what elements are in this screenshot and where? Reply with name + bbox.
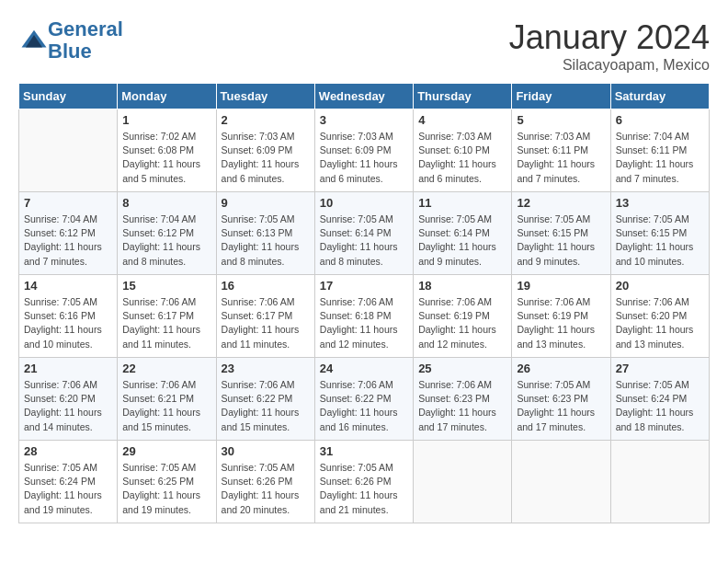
day-number: 3	[320, 113, 408, 127]
day-number: 12	[517, 196, 605, 210]
calendar-week-3: 14Sunrise: 7:05 AM Sunset: 6:16 PM Dayli…	[19, 275, 710, 358]
day-number: 29	[122, 444, 210, 458]
calendar-cell: 1Sunrise: 7:02 AM Sunset: 6:08 PM Daylig…	[118, 109, 216, 192]
day-number: 8	[122, 196, 210, 210]
day-detail: Sunrise: 7:06 AM Sunset: 6:20 PM Dayligh…	[616, 295, 704, 351]
day-detail: Sunrise: 7:04 AM Sunset: 6:12 PM Dayligh…	[24, 213, 112, 269]
col-header-friday: Friday	[512, 84, 610, 109]
day-detail: Sunrise: 7:05 AM Sunset: 6:14 PM Dayligh…	[320, 213, 408, 269]
day-detail: Sunrise: 7:06 AM Sunset: 6:21 PM Dayligh…	[122, 378, 210, 434]
day-detail: Sunrise: 7:06 AM Sunset: 6:19 PM Dayligh…	[418, 295, 506, 351]
calendar-cell: 8Sunrise: 7:04 AM Sunset: 6:12 PM Daylig…	[118, 192, 216, 275]
calendar-cell: 15Sunrise: 7:06 AM Sunset: 6:17 PM Dayli…	[118, 275, 216, 358]
day-number: 7	[24, 196, 112, 210]
day-number: 1	[122, 113, 210, 127]
day-number: 13	[616, 196, 704, 210]
col-header-sunday: Sunday	[19, 84, 118, 109]
day-number: 9	[222, 196, 310, 210]
day-number: 11	[418, 196, 506, 210]
calendar-cell: 7Sunrise: 7:04 AM Sunset: 6:12 PM Daylig…	[19, 192, 118, 275]
day-detail: Sunrise: 7:03 AM Sunset: 6:11 PM Dayligh…	[517, 130, 605, 186]
calendar-week-5: 28Sunrise: 7:05 AM Sunset: 6:24 PM Dayli…	[19, 441, 710, 523]
day-detail: Sunrise: 7:03 AM Sunset: 6:09 PM Dayligh…	[222, 130, 310, 186]
calendar-cell	[610, 441, 709, 523]
day-number: 15	[122, 279, 210, 293]
col-header-tuesday: Tuesday	[216, 84, 314, 109]
day-detail: Sunrise: 7:03 AM Sunset: 6:09 PM Dayligh…	[320, 130, 408, 186]
day-number: 31	[320, 444, 408, 458]
day-number: 6	[616, 113, 704, 127]
calendar-cell	[414, 441, 512, 523]
calendar-cell: 31Sunrise: 7:05 AM Sunset: 6:26 PM Dayli…	[314, 441, 413, 523]
calendar-cell: 19Sunrise: 7:06 AM Sunset: 6:19 PM Dayli…	[512, 275, 610, 358]
calendar-cell: 5Sunrise: 7:03 AM Sunset: 6:11 PM Daylig…	[512, 109, 610, 192]
day-number: 2	[222, 113, 310, 127]
day-detail: Sunrise: 7:05 AM Sunset: 6:26 PM Dayligh…	[222, 461, 310, 517]
calendar-cell: 26Sunrise: 7:05 AM Sunset: 6:23 PM Dayli…	[512, 358, 610, 441]
day-number: 30	[222, 444, 310, 458]
col-header-saturday: Saturday	[610, 84, 709, 109]
calendar-cell: 17Sunrise: 7:06 AM Sunset: 6:18 PM Dayli…	[314, 275, 413, 358]
day-detail: Sunrise: 7:05 AM Sunset: 6:14 PM Dayligh…	[418, 213, 506, 269]
calendar-header-row: SundayMondayTuesdayWednesdayThursdayFrid…	[19, 84, 710, 109]
day-number: 28	[24, 444, 112, 458]
calendar-cell: 22Sunrise: 7:06 AM Sunset: 6:21 PM Dayli…	[118, 358, 216, 441]
calendar-cell: 4Sunrise: 7:03 AM Sunset: 6:10 PM Daylig…	[414, 109, 512, 192]
calendar-cell: 28Sunrise: 7:05 AM Sunset: 6:24 PM Dayli…	[19, 441, 118, 523]
day-number: 17	[320, 279, 408, 293]
title-block: January 2024 Silacayoapam, Mexico	[509, 18, 710, 74]
day-detail: Sunrise: 7:05 AM Sunset: 6:25 PM Dayligh…	[122, 461, 210, 517]
calendar-cell: 9Sunrise: 7:05 AM Sunset: 6:13 PM Daylig…	[216, 192, 314, 275]
day-number: 16	[222, 279, 310, 293]
calendar-cell: 25Sunrise: 7:06 AM Sunset: 6:23 PM Dayli…	[414, 358, 512, 441]
day-number: 22	[122, 362, 210, 375]
calendar-cell: 18Sunrise: 7:06 AM Sunset: 6:19 PM Dayli…	[414, 275, 512, 358]
day-detail: Sunrise: 7:05 AM Sunset: 6:16 PM Dayligh…	[24, 295, 112, 351]
day-detail: Sunrise: 7:06 AM Sunset: 6:17 PM Dayligh…	[122, 295, 210, 351]
calendar-cell: 23Sunrise: 7:06 AM Sunset: 6:22 PM Dayli…	[216, 358, 314, 441]
calendar-cell: 3Sunrise: 7:03 AM Sunset: 6:09 PM Daylig…	[314, 109, 413, 192]
day-detail: Sunrise: 7:05 AM Sunset: 6:13 PM Dayligh…	[222, 213, 310, 269]
calendar-cell: 6Sunrise: 7:04 AM Sunset: 6:11 PM Daylig…	[610, 109, 709, 192]
calendar-cell: 2Sunrise: 7:03 AM Sunset: 6:09 PM Daylig…	[216, 109, 314, 192]
day-number: 20	[616, 279, 704, 293]
col-header-monday: Monday	[118, 84, 216, 109]
day-detail: Sunrise: 7:05 AM Sunset: 6:15 PM Dayligh…	[517, 213, 605, 269]
day-detail: Sunrise: 7:05 AM Sunset: 6:23 PM Dayligh…	[517, 378, 605, 434]
calendar-cell: 14Sunrise: 7:05 AM Sunset: 6:16 PM Dayli…	[19, 275, 118, 358]
day-number: 25	[418, 362, 506, 375]
day-number: 23	[222, 362, 310, 375]
day-number: 5	[517, 113, 605, 127]
month-title: January 2024	[509, 18, 710, 57]
day-number: 19	[517, 279, 605, 293]
day-detail: Sunrise: 7:06 AM Sunset: 6:18 PM Dayligh…	[320, 295, 408, 351]
location-title: Silacayoapam, Mexico	[509, 57, 710, 74]
day-number: 21	[24, 362, 112, 375]
page-header: General Blue January 2024 Silacayoapam, …	[18, 18, 710, 74]
day-detail: Sunrise: 7:06 AM Sunset: 6:20 PM Dayligh…	[24, 378, 112, 434]
calendar-cell: 13Sunrise: 7:05 AM Sunset: 6:15 PM Dayli…	[610, 192, 709, 275]
day-detail: Sunrise: 7:04 AM Sunset: 6:12 PM Dayligh…	[122, 213, 210, 269]
logo: General Blue	[18, 18, 123, 63]
day-number: 24	[320, 362, 408, 375]
day-detail: Sunrise: 7:05 AM Sunset: 6:24 PM Dayligh…	[24, 461, 112, 517]
calendar-cell: 24Sunrise: 7:06 AM Sunset: 6:22 PM Dayli…	[314, 358, 413, 441]
calendar-week-4: 21Sunrise: 7:06 AM Sunset: 6:20 PM Dayli…	[19, 358, 710, 441]
calendar-cell	[512, 441, 610, 523]
calendar-cell: 20Sunrise: 7:06 AM Sunset: 6:20 PM Dayli…	[610, 275, 709, 358]
calendar-cell: 21Sunrise: 7:06 AM Sunset: 6:20 PM Dayli…	[19, 358, 118, 441]
day-detail: Sunrise: 7:06 AM Sunset: 6:23 PM Dayligh…	[418, 378, 506, 434]
day-detail: Sunrise: 7:03 AM Sunset: 6:10 PM Dayligh…	[418, 130, 506, 186]
logo-text: General Blue	[48, 18, 123, 63]
day-number: 4	[418, 113, 506, 127]
calendar-cell: 11Sunrise: 7:05 AM Sunset: 6:14 PM Dayli…	[414, 192, 512, 275]
calendar-cell: 10Sunrise: 7:05 AM Sunset: 6:14 PM Dayli…	[314, 192, 413, 275]
day-number: 10	[320, 196, 408, 210]
day-number: 26	[517, 362, 605, 375]
calendar-cell	[19, 109, 118, 192]
day-detail: Sunrise: 7:02 AM Sunset: 6:08 PM Dayligh…	[122, 130, 210, 186]
calendar-week-1: 1Sunrise: 7:02 AM Sunset: 6:08 PM Daylig…	[19, 109, 710, 192]
day-detail: Sunrise: 7:04 AM Sunset: 6:11 PM Dayligh…	[616, 130, 704, 186]
calendar-cell: 27Sunrise: 7:05 AM Sunset: 6:24 PM Dayli…	[610, 358, 709, 441]
col-header-thursday: Thursday	[414, 84, 512, 109]
